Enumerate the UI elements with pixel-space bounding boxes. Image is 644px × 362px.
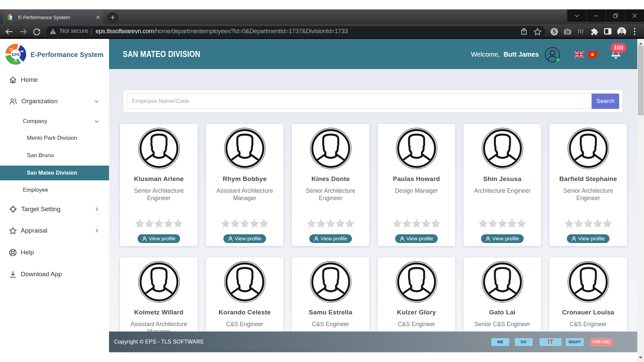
svg-text:EPS: EPS: [9, 16, 12, 18]
svg-text:EPS: EPS: [12, 53, 19, 57]
svg-text:S: S: [552, 29, 556, 35]
